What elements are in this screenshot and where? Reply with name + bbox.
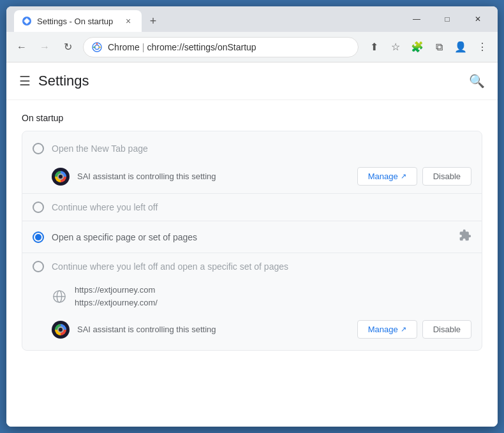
address-brand: Chrome xyxy=(108,42,140,52)
search-settings-button[interactable]: 🔍 xyxy=(469,73,485,89)
option-continue-label: Continue where you left off xyxy=(52,202,158,212)
manage-button-bottom[interactable]: Manage ↗ xyxy=(357,320,417,339)
option-continue-specific[interactable]: Continue where you left off and open a s… xyxy=(22,254,482,279)
nav-bar: ← → ↻ Chrome | chrome://settings/onStart… xyxy=(6,32,498,62)
divider-1 xyxy=(22,193,482,194)
external-link-icon-top: ↗ xyxy=(401,172,406,180)
option-specific-label: Open a specific page or set of pages xyxy=(52,232,197,242)
active-tab[interactable]: Settings - On startup × xyxy=(14,10,142,32)
close-button[interactable]: ✕ xyxy=(463,10,493,29)
radio-specific[interactable] xyxy=(33,231,44,243)
share-button[interactable]: ⬆ xyxy=(364,37,384,57)
bookmark-button[interactable]: ☆ xyxy=(385,37,406,57)
disable-button-bottom[interactable]: Disable xyxy=(422,320,471,339)
sai-control-bottom: SAI assistant is controlling this settin… xyxy=(22,314,482,345)
site-icon xyxy=(91,41,103,53)
address-separator: | xyxy=(142,42,145,52)
sai-text-top: SAI assistant is controlling this settin… xyxy=(77,172,350,181)
url-line-2: https://extjourney.com/ xyxy=(75,297,158,309)
tab-favicon xyxy=(22,16,32,26)
reload-button[interactable]: ↻ xyxy=(57,37,78,57)
forward-button[interactable]: → xyxy=(34,37,55,57)
url-line-1: https://extjourney.com xyxy=(75,284,158,297)
on-startup-section: PC On startup Open the New Tab page SAI … xyxy=(6,100,498,363)
puzzle-icon xyxy=(459,229,471,245)
address-bar[interactable]: Chrome | chrome://settings/onStartup xyxy=(83,37,359,57)
option-new-tab-label: Open the New Tab page xyxy=(52,143,148,154)
minimize-button[interactable]: — xyxy=(402,10,431,29)
radio-continue[interactable] xyxy=(33,202,44,213)
url-entry-row: https://extjourney.com https://extjourne… xyxy=(22,279,482,314)
manage-button-top[interactable]: Manage ↗ xyxy=(357,167,417,186)
page-title: Settings xyxy=(38,73,89,89)
profile-button[interactable]: 👤 xyxy=(450,37,471,57)
radio-new-tab[interactable] xyxy=(33,143,44,154)
sai-eye-center-top xyxy=(57,173,64,180)
sidebar-menu-button[interactable]: ☰ xyxy=(19,73,31,89)
section-title: On startup xyxy=(22,113,482,123)
divider-3 xyxy=(22,253,482,253)
divider-2 xyxy=(22,221,482,221)
sai-control-top: SAI assistant is controlling this settin… xyxy=(22,161,482,192)
sai-buttons-bottom: Manage ↗ Disable xyxy=(357,320,471,339)
address-url: chrome://settings/onStartup xyxy=(147,42,256,52)
window-controls: — □ ✕ xyxy=(402,10,493,29)
option-continue-specific-label: Continue where you left off and open a s… xyxy=(52,261,288,272)
radio-specific-fill xyxy=(35,234,41,240)
options-card: Open the New Tab page SAI assistant is c… xyxy=(22,131,482,351)
title-bar: Settings - On startup × + — □ ✕ xyxy=(6,6,498,32)
extensions-button[interactable]: 🧩 xyxy=(407,37,427,57)
browser-window: Settings - On startup × + — □ ✕ ← → ↻ xyxy=(6,6,498,427)
sai-icon-top xyxy=(52,168,70,186)
url-text-block: https://extjourney.com https://extjourne… xyxy=(75,284,158,309)
tab-title: Settings - On startup xyxy=(37,17,117,26)
external-link-icon-bottom: ↗ xyxy=(401,325,406,334)
split-view-button[interactable]: ⧉ xyxy=(429,37,449,57)
svg-point-3 xyxy=(95,45,100,49)
page-content: ☰ Settings 🔍 PC On startup Open the New … xyxy=(6,62,498,427)
tab-close-button[interactable]: × xyxy=(122,15,134,27)
sai-text-bottom: SAI assistant is controlling this settin… xyxy=(77,325,350,334)
maximize-button[interactable]: □ xyxy=(433,10,462,29)
radio-continue-specific[interactable] xyxy=(33,261,44,272)
address-text: Chrome | chrome://settings/onStartup xyxy=(108,42,256,52)
option-new-tab[interactable]: Open the New Tab page xyxy=(22,136,482,161)
option-continue[interactable]: Continue where you left off xyxy=(22,195,482,219)
globe-icon xyxy=(52,289,67,304)
disable-button-top[interactable]: Disable xyxy=(422,167,471,186)
sai-buttons-top: Manage ↗ Disable xyxy=(357,167,471,186)
sai-eye-center-bottom xyxy=(57,327,64,333)
settings-header: ☰ Settings 🔍 xyxy=(6,62,498,100)
nav-actions: ⬆ ☆ 🧩 ⧉ 👤 ⋮ xyxy=(364,37,493,57)
chrome-menu-button[interactable]: ⋮ xyxy=(472,37,493,57)
back-button[interactable]: ← xyxy=(11,37,32,57)
new-tab-button[interactable]: + xyxy=(144,12,162,30)
option-specific[interactable]: Open a specific page or set of pages xyxy=(22,223,482,251)
sai-icon-bottom xyxy=(52,321,70,339)
svg-point-1 xyxy=(25,19,29,23)
